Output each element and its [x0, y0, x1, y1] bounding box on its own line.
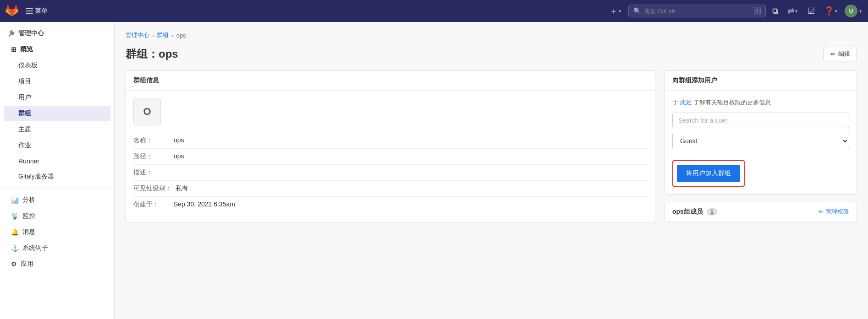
permission-link[interactable]: 此处 — [680, 99, 692, 106]
add-user-button[interactable]: 将用户加入群组 — [677, 165, 740, 182]
todo-button[interactable]: ☑ — [805, 3, 818, 19]
sidebar-item-runner[interactable]: Runner — [4, 154, 110, 168]
page-title: 群组：ops — [126, 47, 178, 61]
help-button[interactable]: ❓ ▾ — [821, 3, 841, 19]
breadcrumb-sep-1: › — [152, 32, 154, 39]
add-user-body: 于 此处 了解有关项目权限的更多信息 Guest Reporter Develo… — [665, 91, 857, 194]
group-avatar: O — [133, 98, 161, 125]
sidebar-item-topics[interactable]: 主题 — [4, 122, 110, 137]
sidebar-divider-1 — [0, 188, 114, 189]
content-grid: 群组信息 O 名称： ops 路径： ops 描述： — [126, 70, 857, 222]
monitor-label: 监控 — [22, 212, 35, 220]
user-search-wrapper — [672, 113, 849, 128]
messages-label: 消息 — [22, 228, 35, 236]
wrench-icon — [7, 30, 15, 37]
members-count: 1 — [707, 208, 717, 216]
gitlab-logo — [5, 5, 18, 17]
apps-icon: ⚙ — [11, 260, 17, 268]
jobs-label: 作业 — [18, 141, 31, 150]
help-dropdown-arrow: ▾ — [834, 9, 838, 14]
admin-label: 管理中心 — [18, 29, 44, 38]
monitor-icon: 📡 — [11, 212, 19, 220]
hamburger-icon — [26, 8, 33, 14]
pencil-small-icon: ✏ — [819, 208, 824, 215]
info-row-name: 名称： ops — [133, 133, 648, 149]
sidebar: 管理中心 ⊞ 概览 仪表板 项目 用户 群组 主题 作业 Runner Gita… — [0, 22, 115, 319]
sidebar-item-monitor[interactable]: 📡 监控 — [4, 208, 110, 224]
overview-label: 概览 — [20, 45, 33, 54]
breadcrumb-sep-2: › — [171, 32, 173, 39]
sidebar-item-overview[interactable]: ⊞ 概览 — [4, 42, 110, 57]
manage-permissions-button[interactable]: ✏ 管理权限 — [819, 208, 849, 216]
sidebar-item-webhooks[interactable]: ⚓ 系统钩子 — [4, 240, 110, 256]
search-input[interactable] — [644, 8, 751, 15]
add-user-card: 向群组添加用户 于 此处 了解有关项目权限的更多信息 Guest — [665, 70, 857, 195]
clone-button[interactable]: ⧉ — [769, 4, 781, 19]
members-title-group: ops组成员 1 — [672, 208, 717, 216]
apps-label: 应用 — [21, 260, 33, 268]
topics-label: 主题 — [18, 125, 31, 134]
user-search-input[interactable] — [672, 113, 849, 128]
copy-icon: ⧉ — [772, 6, 778, 16]
breadcrumb-groups[interactable]: 群组 — [157, 31, 169, 39]
navbar: 菜单 ＋ ▾ 🔍 / ⧉ ⇌ ▾ ☑ ❓ ▾ U ▾ — [0, 0, 868, 22]
slash-shortcut: / — [754, 7, 761, 15]
breadcrumb-admin[interactable]: 管理中心 — [126, 31, 149, 39]
breadcrumb: 管理中心 › 群组 › ops — [126, 31, 857, 39]
edit-button[interactable]: ✏ 编辑 — [824, 47, 857, 61]
info-row-path: 路径： ops — [133, 149, 648, 165]
merge-request-button[interactable]: ⇌ ▾ — [785, 3, 801, 19]
main-content: 管理中心 › 群组 › ops 群组：ops ✏ 编辑 群组信息 — [115, 22, 868, 319]
info-row-visibility: 可见性级别： 私有 — [133, 181, 648, 197]
user-avatar[interactable]: U — [845, 5, 857, 17]
add-user-header: 向群组添加用户 — [665, 71, 857, 91]
create-dropdown-arrow: ▾ — [618, 9, 622, 14]
webhooks-icon: ⚓ — [11, 244, 19, 252]
plus-icon: ＋ — [610, 5, 618, 16]
members-title: ops组成员 — [672, 208, 703, 216]
role-select[interactable]: Guest Reporter Developer Maintainer Owne… — [672, 133, 849, 149]
pencil-icon: ✏ — [830, 51, 835, 58]
page-title-row: 群组：ops ✏ 编辑 — [126, 47, 857, 61]
info-row-desc: 描述： — [133, 165, 648, 181]
avatar-dropdown-arrow[interactable]: ▾ — [858, 9, 863, 14]
sidebar-item-users[interactable]: 用户 — [4, 90, 110, 105]
sidebar-item-apps[interactable]: ⚙ 应用 — [4, 256, 110, 272]
members-header: ops组成员 1 ✏ 管理权限 — [665, 202, 857, 222]
projects-label: 项目 — [18, 77, 31, 86]
members-card: ops组成员 1 ✏ 管理权限 — [665, 202, 857, 222]
right-panel: 向群组添加用户 于 此处 了解有关项目权限的更多信息 Guest — [665, 70, 857, 222]
checkbox-icon: ☑ — [808, 6, 815, 16]
dashboard-label: 仪表板 — [18, 61, 38, 70]
group-info-body: O 名称： ops 路径： ops 描述： 可见性级别 — [126, 91, 655, 220]
menu-button[interactable]: 菜单 — [22, 5, 51, 17]
gitaly-label: Gitaly服务器 — [18, 173, 54, 181]
app-layout: 管理中心 ⊞ 概览 仪表板 项目 用户 群组 主题 作业 Runner Gita… — [0, 22, 868, 319]
global-search[interactable]: 🔍 / — [628, 5, 766, 17]
groups-label: 群组 — [18, 109, 31, 118]
sidebar-admin-header: 管理中心 — [0, 22, 114, 41]
group-info-card: 群组信息 O 名称： ops 路径： ops 描述： — [126, 70, 655, 222]
breadcrumb-current: ops — [176, 32, 186, 39]
webhooks-label: 系统钩子 — [22, 244, 48, 252]
analytics-icon: 📊 — [11, 196, 19, 204]
sidebar-item-analytics[interactable]: 📊 分析 — [4, 192, 110, 208]
create-button[interactable]: ＋ ▾ — [607, 3, 625, 19]
runner-label: Runner — [18, 157, 39, 165]
sidebar-item-gitaly[interactable]: Gitaly服务器 — [4, 169, 110, 184]
sidebar-item-dashboard[interactable]: 仪表板 — [4, 58, 110, 73]
menu-label: 菜单 — [35, 7, 48, 15]
overview-icon: ⊞ — [11, 46, 16, 53]
merge-icon: ⇌ — [787, 6, 794, 16]
sidebar-item-messages[interactable]: 🔔 消息 — [4, 224, 110, 240]
sidebar-item-projects[interactable]: 项目 — [4, 74, 110, 89]
analytics-label: 分析 — [22, 196, 35, 204]
info-row-created: 创建于： Sep 30, 2022 6:35am — [133, 197, 648, 212]
mr-dropdown-arrow: ▾ — [794, 9, 798, 14]
messages-icon: 🔔 — [11, 228, 19, 236]
sidebar-item-jobs[interactable]: 作业 — [4, 138, 110, 153]
add-user-highlight: 将用户加入群组 — [672, 160, 745, 187]
sidebar-item-groups[interactable]: 群组 — [4, 106, 110, 121]
permission-info: 于 此处 了解有关项目权限的更多信息 — [672, 98, 849, 107]
group-info-header: 群组信息 — [126, 71, 655, 91]
